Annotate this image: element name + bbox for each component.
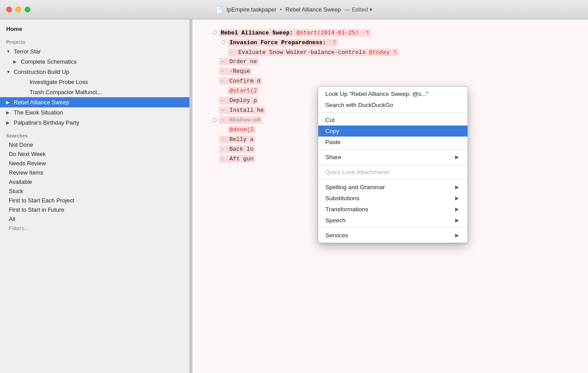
projects-header: Projects — [0, 34, 189, 46]
menu-item-services[interactable]: Services ▶ — [318, 230, 467, 241]
bullet-circle — [210, 30, 219, 34]
editor-line-invasion: Invasion Force Preparedness: ·¶ — [210, 38, 570, 48]
dash: – — [221, 146, 224, 152]
titlebar-project: Rebel Alliance Sweep — [286, 6, 341, 13]
sidebar-item-complete-schematics[interactable]: ▶ Complete Schematics — [0, 57, 189, 67]
titlebar-center: 📄 tpEmpire.taskpaper • Rebel Alliance Sw… — [215, 6, 373, 13]
task-text: Install he — [230, 107, 264, 114]
sidebar-search-needs-review[interactable]: Needs Review — [0, 159, 189, 168]
sidebar-item-label: Palpatine's Birthday Party — [14, 119, 79, 126]
pilcrow: ¶ — [393, 49, 397, 55]
context-menu: Look Up "Rebel Alliance Sweep: @s..." Se… — [318, 86, 468, 243]
menu-item-label: Services — [325, 232, 348, 239]
sidebar-item-label: Terror Star — [14, 48, 41, 55]
menu-item-paste[interactable]: Paste — [318, 137, 467, 148]
menu-item-speech[interactable]: Speech ▶ — [318, 215, 467, 226]
sidebar-item-construction[interactable]: ▼ Construction Build Up — [0, 67, 189, 77]
task-text: Aft gun — [230, 156, 254, 162]
menu-item-substitutions[interactable]: Substitutions ▶ — [318, 193, 467, 204]
dash: – — [221, 117, 224, 123]
project-title: Rebel Alliance Sweep: — [221, 30, 293, 36]
arrow-icon: ▶ — [6, 120, 11, 125]
menu-item-search-duckduckgo[interactable]: Search with DuckDuckGo — [318, 99, 467, 110]
searches-header: Searches — [0, 128, 189, 140]
menu-item-share[interactable]: Share ▶ — [318, 152, 467, 163]
menu-item-transformations[interactable]: Transformations ▶ — [318, 204, 467, 215]
close-button[interactable] — [6, 7, 12, 12]
sidebar-search-available[interactable]: Available — [0, 177, 189, 186]
editor-line-reque: – ·Reque — [210, 67, 570, 77]
arrow-icon: ▶ — [6, 110, 11, 115]
task-text: Belly a — [230, 136, 254, 143]
task-text: Order ne — [230, 58, 257, 65]
menu-separator — [318, 149, 467, 150]
menu-item-look-up[interactable]: Look Up "Rebel Alliance Sweep: @s..." — [318, 88, 467, 99]
arrow-icon: ▶ — [6, 100, 11, 105]
sidebar-item-palpatine[interactable]: ▶ Palpatine's Birthday Party — [0, 118, 189, 128]
sidebar-search-not-done[interactable]: Not Done — [0, 140, 189, 149]
traffic-lights — [0, 7, 30, 12]
editor-content: – Order ne — [219, 58, 570, 65]
menu-item-spelling-grammar[interactable]: Spelling and Grammar ▶ — [318, 182, 467, 193]
sidebar-item-trash-compactor[interactable]: Trash Compactor Malfunct... — [0, 87, 189, 97]
editor-line-evaluate: – Evaluate Snow Walker·balance·controls … — [210, 48, 570, 57]
titlebar: 📄 tpEmpire.taskpaper • Rebel Alliance Sw… — [0, 0, 588, 19]
arrow-icon: ▼ — [6, 49, 11, 54]
dash: – — [221, 107, 224, 114]
editor-content: – Evaluate Snow Walker·balance·controls … — [228, 49, 570, 56]
tag-start: @start(2014-01-25) — [297, 29, 359, 36]
task-text: Evaluate Snow Walker·balance·controls — [238, 49, 366, 56]
menu-item-label: Search with DuckDuckGo — [325, 102, 393, 108]
menu-item-cut[interactable]: Cut — [318, 114, 467, 126]
sidebar-home[interactable]: Home — [0, 24, 189, 34]
sidebar-search-stuck[interactable]: Stuck — [0, 186, 189, 196]
sidebar-item-rebel-alliance[interactable]: ▶ Rebel Alliance Sweep — [0, 97, 189, 107]
submenu-arrow-icon: ▶ — [455, 232, 459, 238]
dash: – — [221, 78, 224, 84]
sidebar-item-label: Complete Schematics — [21, 58, 76, 65]
menu-item-label: Quick Look Attachments — [325, 169, 390, 175]
sidebar-item-label: Construction Build Up — [14, 69, 69, 75]
tag-today: @today — [369, 49, 390, 56]
sidebar-item-investigate[interactable]: Investigate Probe Loss — [0, 77, 189, 87]
sidebar-search-do-next-week[interactable]: Do Next Week — [0, 149, 189, 159]
dash: – — [221, 97, 224, 104]
menu-item-label: Share — [325, 154, 341, 160]
submenu-arrow-icon: ▶ — [455, 154, 459, 160]
sidebar-item-terror-star[interactable]: ▼ Terror Star — [0, 46, 189, 57]
menu-item-quick-look: Quick Look Attachments — [318, 167, 467, 178]
sidebar-search-all[interactable]: All — [0, 214, 189, 224]
task-text: Back lo — [230, 146, 254, 152]
tag-done-partial: @done(2 — [230, 126, 254, 133]
arrow-icon: ▼ — [6, 69, 11, 74]
menu-item-label: Spelling and Grammar — [325, 184, 385, 190]
sidebar-search-filters[interactable]: Filters... — [0, 224, 189, 233]
menu-separator — [318, 112, 467, 113]
arrow-icon: ▶ — [13, 59, 19, 64]
minimize-button[interactable] — [15, 7, 21, 12]
main-container: Home Projects ▼ Terror Star ▶ Complete S… — [0, 19, 588, 373]
sidebar-search-review-items[interactable]: Review Items — [0, 168, 189, 177]
menu-item-label: Transformations — [325, 206, 368, 213]
menu-item-copy[interactable]: Copy — [318, 126, 467, 137]
task-text: Deploy p — [230, 97, 257, 104]
menu-item-label: Speech — [325, 217, 346, 224]
dash: – — [221, 136, 224, 143]
maximize-button[interactable] — [25, 7, 30, 12]
menu-separator — [318, 228, 467, 228]
editor-line-rebel-sweep: Rebel Alliance Sweep: @start(2014-01-25)… — [210, 28, 570, 38]
menu-separator — [318, 179, 467, 180]
titlebar-separator: • — [280, 6, 282, 13]
menu-item-label: Paste — [325, 139, 341, 145]
editor-content: Rebel Alliance Sweep: @start(2014-01-25)… — [219, 29, 570, 36]
home-label: Home — [6, 26, 22, 32]
sidebar-search-first-start-each[interactable]: First to Start Each Project — [0, 196, 189, 205]
task-text-strikethrough: Status ch — [230, 117, 260, 123]
tag-start-partial: @start(2 — [230, 88, 257, 94]
sidebar: Home Projects ▼ Terror Star ▶ Complete S… — [0, 19, 190, 373]
titlebar-edited: — Edited ▾ — [344, 6, 372, 13]
sidebar-item-ewok[interactable]: ▶ The Ewok Situation — [0, 107, 189, 118]
editor-content: – ·Reque — [219, 68, 570, 75]
submenu-arrow-icon: ▶ — [455, 206, 459, 212]
sidebar-search-first-start-future[interactable]: First to Start in Future — [0, 205, 189, 214]
